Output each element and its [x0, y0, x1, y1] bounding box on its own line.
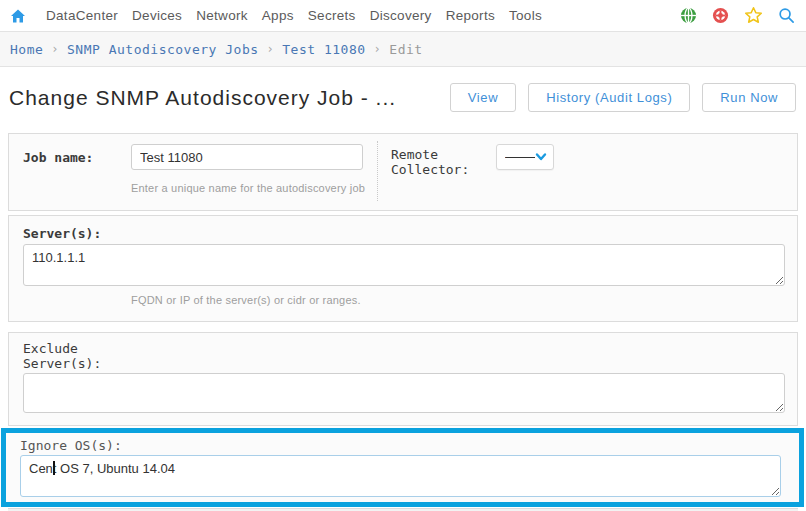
nav-menu: DataCenter Devices Network Apps Secrets …: [39, 8, 549, 23]
nav-item-reports[interactable]: Reports: [439, 8, 502, 23]
nav-item-secrets[interactable]: Secrets: [301, 8, 363, 23]
job-name-section: Job name: Enter a unique name for the au…: [8, 133, 798, 211]
servers-textarea[interactable]: 110.1.1.1: [23, 244, 785, 286]
remote-collector-dropdown[interactable]: ——————: [496, 144, 554, 170]
view-button[interactable]: View: [450, 83, 516, 112]
job-name-label: Job name:: [23, 150, 93, 165]
job-name-input[interactable]: [131, 144, 363, 170]
breadcrumb-separator: ›: [51, 42, 59, 56]
exclude-servers-label: Exclude Server(s):: [23, 341, 133, 372]
nav-item-datacenter[interactable]: DataCenter: [39, 8, 125, 23]
home-icon[interactable]: [9, 7, 27, 25]
nav-item-devices[interactable]: Devices: [125, 8, 189, 23]
top-navbar: DataCenter Devices Network Apps Secrets …: [0, 0, 806, 31]
job-name-help-text: Enter a unique name for the autodiscover…: [131, 182, 365, 194]
ignore-os-label: Ignore OS(s):: [20, 438, 122, 453]
remote-collector-selected-value: ——————: [505, 151, 535, 163]
run-now-button[interactable]: Run Now: [702, 83, 796, 112]
servers-label: Server(s):: [23, 226, 101, 241]
globe-icon[interactable]: [680, 7, 697, 24]
servers-help-text: FQDN or IP of the server(s) or cidr or r…: [131, 294, 361, 306]
ignore-os-textarea[interactable]: Cent OS 7, Ubuntu 14.04: [20, 455, 781, 497]
chevron-down-icon: [535, 151, 547, 163]
breadcrumb: Home › SNMP Autodiscovery Jobs › Test 11…: [0, 31, 806, 67]
nav-item-tools[interactable]: Tools: [502, 8, 549, 23]
nav-right-icons: [680, 6, 795, 25]
servers-section: Server(s): 110.1.1.1 FQDN or IP of the s…: [8, 215, 798, 322]
breadcrumb-snmp-jobs[interactable]: SNMP Autodiscovery Jobs: [67, 42, 259, 57]
remote-collector-label: Remote Collector:: [391, 147, 491, 178]
search-icon[interactable]: [778, 7, 795, 24]
exclude-servers-section: Exclude Server(s):: [8, 332, 798, 426]
breadcrumb-separator: ›: [374, 42, 382, 56]
breadcrumb-current: Edit: [389, 42, 422, 57]
header-actions: View History (Audit Logs) Run Now: [450, 83, 796, 112]
nav-item-apps[interactable]: Apps: [255, 8, 301, 23]
nav-item-discovery[interactable]: Discovery: [363, 8, 439, 23]
history-audit-logs-button[interactable]: History (Audit Logs): [528, 83, 690, 112]
breadcrumb-home[interactable]: Home: [10, 42, 43, 57]
column-divider: [377, 141, 378, 201]
exclude-servers-textarea[interactable]: [23, 373, 785, 413]
page-title: Change SNMP Autodiscovery Job - ...: [9, 86, 396, 110]
favorite-star-icon[interactable]: [744, 6, 763, 25]
breadcrumb-separator: ›: [267, 42, 275, 56]
breadcrumb-job[interactable]: Test 11080: [282, 42, 365, 57]
nav-item-network[interactable]: Network: [189, 8, 255, 23]
ignore-os-section-highlighted: Ignore OS(s): Cent OS 7, Ubuntu 14.04: [1, 428, 804, 507]
support-lifebuoy-icon[interactable]: [712, 7, 729, 24]
